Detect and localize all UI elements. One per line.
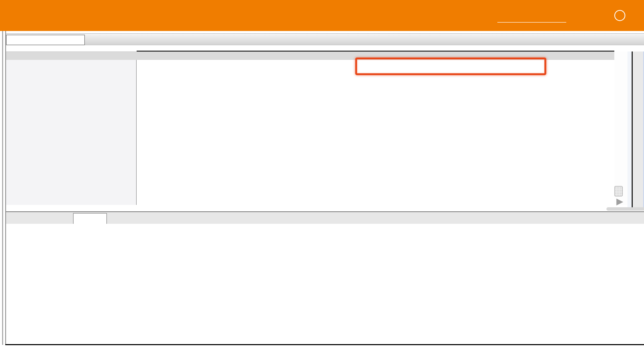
scroll-grip-widget[interactable] bbox=[614, 186, 623, 196]
search-box bbox=[6, 35, 85, 45]
trace-view-toolbar bbox=[6, 33, 644, 45]
trace-canvas[interactable] bbox=[137, 60, 614, 205]
scroll-grip-arrow-icon[interactable] bbox=[616, 199, 623, 205]
window-left-edge bbox=[2, 31, 3, 345]
app-bar bbox=[0, 0, 644, 31]
search-input[interactable] bbox=[7, 35, 84, 45]
side-tab-strip bbox=[633, 51, 643, 208]
details-panel-body bbox=[6, 224, 644, 344]
side-strip-bottom-cap bbox=[606, 207, 644, 211]
help-icon[interactable] bbox=[614, 10, 625, 21]
bottom-divider bbox=[5, 344, 644, 345]
trace-viewer-page bbox=[0, 0, 644, 347]
side-strip-spacer bbox=[627, 51, 632, 208]
thread-labels-column bbox=[6, 60, 137, 205]
status-dropdown[interactable] bbox=[497, 7, 566, 23]
selection-highlight-box bbox=[355, 58, 546, 75]
